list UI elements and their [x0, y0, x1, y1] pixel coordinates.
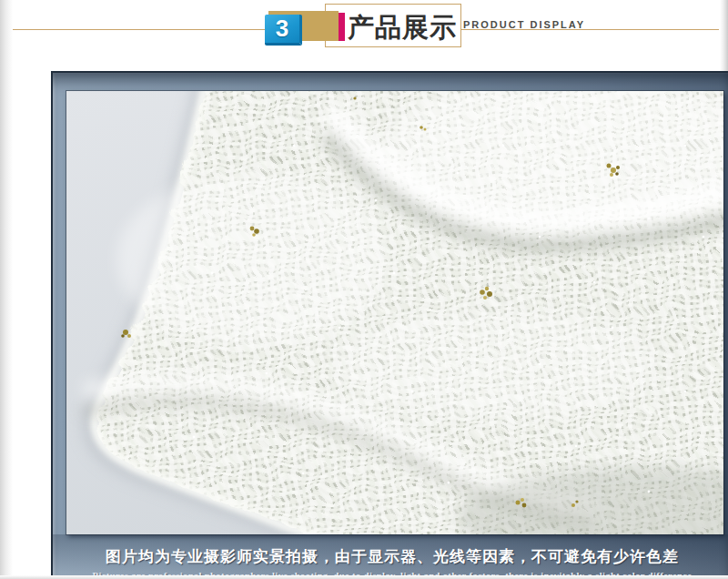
section-title: 产品展示: [348, 10, 457, 46]
magenta-accent-bar: [339, 13, 345, 41]
section-number-badge: 3: [265, 15, 302, 46]
section-subtitle: PRODUCT DISPLAY: [463, 19, 585, 30]
product-photo-frame: 图片均为专业摄影师实景拍摄，由于显示器、光线等因素，不可避免有少许色差 Pict…: [51, 71, 728, 579]
caption-chinese: 图片均为专业摄影师实景拍摄，由于显示器、光线等因素，不可避免有少许色差: [53, 546, 728, 567]
photo-caption: 图片均为专业摄影师实景拍摄，由于显示器、光线等因素，不可避免有少许色差 Pict…: [53, 534, 728, 579]
product-display-section: 3 产品展示 PRODUCT DISPLAY: [0, 0, 728, 579]
page-edge-left: [0, 0, 13, 579]
page-edge-bottom: [0, 575, 728, 579]
fabric-photo: [66, 91, 723, 534]
